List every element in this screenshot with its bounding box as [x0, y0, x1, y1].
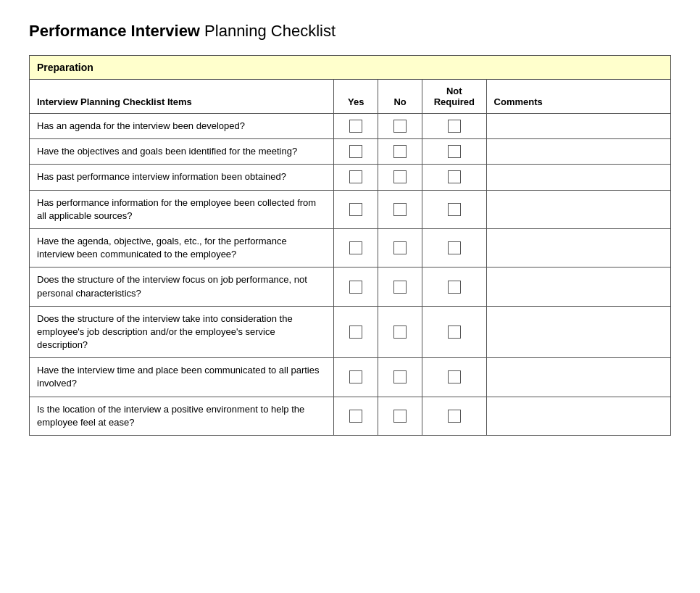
checkbox-not-required[interactable] [422, 268, 487, 306]
checkbox-yes-box[interactable] [349, 410, 362, 423]
comments-cell [486, 306, 670, 358]
col-header-not-required: Not Required [422, 80, 487, 114]
checkbox-no[interactable] [378, 190, 422, 228]
checkbox-not-required-box[interactable] [448, 145, 461, 158]
checkbox-yes[interactable] [334, 139, 378, 165]
checkbox-yes-box[interactable] [349, 203, 362, 216]
row-item-text: Does the structure of the interview focu… [30, 268, 334, 306]
title-normal: Planning Checklist [200, 22, 336, 40]
checkbox-not-required[interactable] [422, 358, 487, 397]
checkbox-not-required-box[interactable] [448, 203, 461, 216]
table-row: Does the structure of the interview focu… [30, 268, 671, 306]
comments-cell [486, 268, 670, 306]
checkbox-yes-box[interactable] [349, 170, 362, 183]
checkbox-yes[interactable] [334, 190, 378, 228]
checkbox-not-required-box[interactable] [448, 120, 461, 133]
row-item-text: Have the agenda, objective, goals, etc.,… [30, 228, 334, 267]
checkbox-not-required-box[interactable] [448, 170, 461, 183]
checkbox-no-box[interactable] [393, 241, 407, 254]
checkbox-yes[interactable] [334, 165, 378, 190]
row-item-text: Has past performance interview informati… [30, 165, 334, 190]
checkbox-no-box[interactable] [393, 145, 407, 158]
checkbox-yes-box[interactable] [349, 241, 362, 254]
checkbox-no[interactable] [378, 268, 422, 306]
table-row: Does the structure of the interview take… [30, 306, 671, 358]
checkbox-no-box[interactable] [393, 325, 407, 339]
checkbox-no-box[interactable] [393, 410, 407, 423]
checkbox-not-required-box[interactable] [448, 370, 461, 383]
checkbox-yes-box[interactable] [349, 370, 362, 383]
comments-cell [486, 165, 670, 190]
checkbox-yes-box[interactable] [349, 145, 362, 158]
checkbox-not-required[interactable] [422, 165, 487, 190]
checkbox-no[interactable] [378, 358, 422, 397]
checkbox-no-box[interactable] [393, 120, 407, 133]
section-header: Preparation [30, 56, 671, 80]
checkbox-yes[interactable] [334, 114, 378, 139]
checkbox-no[interactable] [378, 397, 422, 435]
checkbox-not-required[interactable] [422, 139, 487, 165]
comments-cell [486, 114, 670, 139]
row-item-text: Is the location of the interview a posit… [30, 397, 334, 435]
checkbox-no[interactable] [378, 306, 422, 358]
checkbox-not-required-box[interactable] [448, 325, 461, 339]
table-row: Is the location of the interview a posit… [30, 397, 671, 435]
table-row: Have the interview time and place been c… [30, 358, 671, 397]
checkbox-no[interactable] [378, 139, 422, 165]
checkbox-not-required[interactable] [422, 228, 487, 267]
comments-cell [486, 358, 670, 397]
table-row: Have the agenda, objective, goals, etc.,… [30, 228, 671, 267]
checkbox-not-required[interactable] [422, 190, 487, 228]
comments-cell [486, 397, 670, 435]
checkbox-not-required-box[interactable] [448, 241, 461, 254]
table-row: Have the objectives and goals been ident… [30, 139, 671, 165]
checkbox-no-box[interactable] [393, 370, 407, 383]
checkbox-yes[interactable] [334, 228, 378, 267]
col-header-item: Interview Planning Checklist Items [30, 80, 334, 114]
checkbox-yes-box[interactable] [349, 281, 362, 294]
checkbox-no-box[interactable] [393, 203, 407, 216]
table-row: Has an agenda for the interview been dev… [30, 114, 671, 139]
checkbox-yes[interactable] [334, 397, 378, 435]
comments-cell [486, 228, 670, 267]
comments-cell [486, 190, 670, 228]
table-row: Has past performance interview informati… [30, 165, 671, 190]
checkbox-no[interactable] [378, 114, 422, 139]
checkbox-not-required[interactable] [422, 397, 487, 435]
checkbox-no[interactable] [378, 165, 422, 190]
checkbox-no-box[interactable] [393, 281, 407, 294]
row-item-text: Have the objectives and goals been ident… [30, 139, 334, 165]
checkbox-yes[interactable] [334, 358, 378, 397]
checkbox-not-required-box[interactable] [448, 281, 461, 294]
page-title: Performance Interview Planning Checklist [29, 22, 671, 41]
col-header-yes: Yes [334, 80, 378, 114]
title-bold: Performance Interview [29, 22, 200, 40]
row-item-text: Has an agenda for the interview been dev… [30, 114, 334, 139]
checkbox-yes-box[interactable] [349, 325, 362, 339]
row-item-text: Has performance information for the empl… [30, 190, 334, 228]
checkbox-yes[interactable] [334, 306, 378, 358]
checklist-table: Preparation Interview Planning Checklist… [29, 55, 671, 436]
row-item-text: Have the interview time and place been c… [30, 358, 334, 397]
checkbox-no-box[interactable] [393, 170, 407, 183]
checkbox-not-required-box[interactable] [448, 410, 461, 423]
checkbox-not-required[interactable] [422, 306, 487, 358]
checkbox-no[interactable] [378, 228, 422, 267]
column-header-row: Interview Planning Checklist Items Yes N… [30, 80, 671, 114]
checkbox-yes-box[interactable] [349, 120, 362, 133]
col-header-comments: Comments [486, 80, 670, 114]
checkbox-yes[interactable] [334, 268, 378, 306]
table-row: Has performance information for the empl… [30, 190, 671, 228]
comments-cell [486, 139, 670, 165]
row-item-text: Does the structure of the interview take… [30, 306, 334, 358]
col-header-no: No [378, 80, 422, 114]
checkbox-not-required[interactable] [422, 114, 487, 139]
